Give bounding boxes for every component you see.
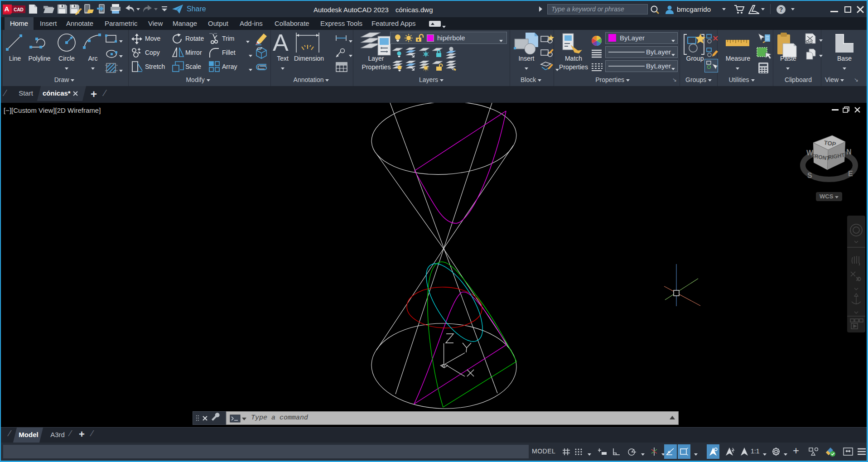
svg-text:E: E — [848, 170, 853, 178]
svg-text:CAD: CAD — [14, 7, 24, 12]
svg-text:N: N — [846, 148, 852, 156]
svg-text:S: S — [807, 172, 812, 179]
svg-text:?: ? — [779, 6, 783, 13]
svg-text:A: A — [5, 5, 10, 13]
